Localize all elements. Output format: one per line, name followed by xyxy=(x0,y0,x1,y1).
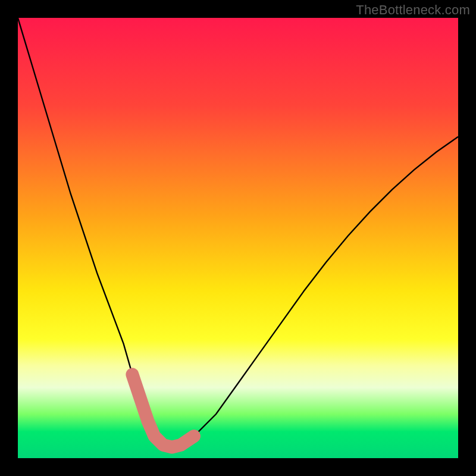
bottleneck-plot xyxy=(18,18,458,458)
watermark-text: TheBottleneck.com xyxy=(356,2,470,18)
plot-background xyxy=(18,18,458,458)
chart-frame: TheBottleneck.com xyxy=(0,0,476,476)
